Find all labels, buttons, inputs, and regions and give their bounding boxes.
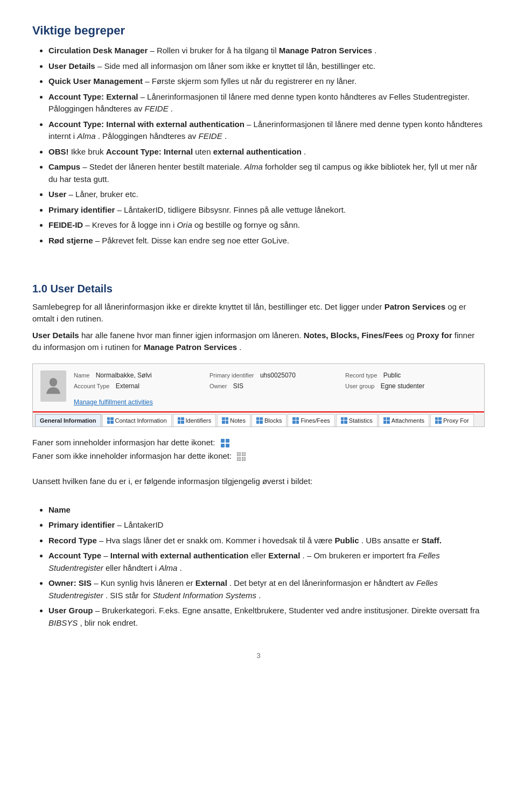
list2-ug-text1: – Brukerkategori. F.eks. Egne ansatte, E… [95,606,480,615]
section1-bold4: Proxy for [417,331,452,340]
fane-dashed-icon [237,452,246,461]
list2-owner-bold2: External [195,578,227,587]
list2-owner-text2: . Det betyr at en del lånerinformasjon e… [229,578,416,587]
field-owner: Owner SIS [209,381,341,391]
cdm-text2: . [374,46,376,55]
section1-title-text: User Details [50,283,113,295]
list2-at-bold3: External [268,551,300,560]
tab-finesfees-label: Fines/Fees [301,416,330,425]
tab-finesfees-icon [292,417,299,424]
tab-identifiers-label: Identifiers [186,416,212,425]
fane-filled-text: Faner som inneholder informasjon har det… [32,438,215,447]
list2-rt-bold2: Public [335,536,359,545]
list2-name-bold: Name [48,505,71,514]
section1-intro-para: Samlebegrep for all lånerinformasjon ikk… [32,301,485,325]
list2-owner-text1: – Kun synlig hvis låneren er [94,578,195,587]
section1-number: 1.0 [32,283,47,295]
tab-notes[interactable]: Notes [217,414,250,427]
field-account-type: Account Type External [74,381,205,391]
obs-bold2: external authentication [213,147,302,156]
account-type-label: Account Type [74,382,109,391]
avatar [40,370,66,402]
list2-ug-text2: , blir nok endret. [80,618,138,627]
list2-at-text4: eller håndtert i [106,563,159,572]
owner-label: Owner [209,382,227,391]
name-label-space [92,370,93,380]
list2-at-text3: . – Om brukeren er importert fra [303,551,418,560]
list2-rt-text1: – Hva slags låner det er snakk om. Komme… [99,536,335,545]
avatar-icon [45,376,62,396]
owner-space [229,381,230,391]
section1-para2-end2: . [239,342,241,352]
tab-contact-information[interactable]: Contact Information [102,414,172,427]
account-type-value: External [116,381,139,391]
user-fields-container: Name Normalbakke, Sølvi Primary identifi… [74,370,477,407]
ud-text: – Side med all informasjon om låner som … [97,61,375,71]
user-fields-grid: Name Normalbakke, Sølvi Primary identifi… [74,370,477,391]
at-int-italic1: Alma [77,131,95,141]
list-item-obs: OBS! Ikke bruk Account Type: Internal ut… [48,146,485,158]
list-item-at-int: Account Type: Internal with external aut… [48,118,485,143]
primary-id-label: Primary identifier [209,371,254,380]
section1-bold3: Notes, Blocks, Fines/Fees [304,331,403,340]
list2-at-bold: Account Type [48,551,101,560]
list-item-rod: Rød stjerne – Påkrevet felt. Disse kan e… [48,235,485,247]
feide-text1: – Kreves for å logge inn i [85,220,177,229]
account-type-space [111,381,113,391]
tab-general-information[interactable]: General Information [35,414,101,427]
page-number: 3 [32,650,485,661]
tab-finesfees[interactable]: Fines/Fees [288,414,334,427]
primary-id-space [256,370,258,380]
list2-item-pi: Primary identifier – LåntakerID [48,519,485,531]
manage-link-container[interactable]: Manage fulfillment activities [74,395,477,407]
fane-dashed-text: Faner som ikke inneholder informasjon ha… [32,451,232,460]
fane-row-filled: Faner som inneholder informasjon har det… [32,437,485,449]
page-heading: Viktige begreper [32,22,485,39]
list2-item-name: Name [48,504,485,516]
tab-statistics[interactable]: Statistics [336,414,378,427]
tab-attachments-label: Attachments [392,416,424,425]
tab-blocks[interactable]: Blocks [251,414,287,427]
tab-identifiers[interactable]: Identifiers [173,414,216,427]
name-label: Name [74,371,89,380]
list2-rt-bold: Record Type [48,536,97,545]
section1-heading: 1.0 User Details [32,281,485,297]
list2-pi-bold: Primary identifier [48,520,115,529]
list2-at-text2: eller [251,551,269,560]
list2-item-at: Account Type – Internal with external au… [48,550,485,574]
section1-intro-text: Samlebegrep for all lånerinformasjon ikk… [32,302,385,311]
cdm-text1: – Rollen vi bruker for å ha tilgang til [150,46,278,55]
record-type-label: Record type [345,371,377,380]
tab-attachments[interactable]: Attachments [379,414,429,427]
primary-id-value: uhs0025070 [260,370,296,380]
list2-at-text5: . [180,563,182,572]
list2-rt-bold3: Staff. [422,536,442,545]
list2-owner-text4: . [258,591,261,600]
user-text: – Låner, bruker etc. [69,190,138,199]
list2-rt-text2: . UBs ansatte er [361,536,422,545]
section1-bold5: Manage Patron Services [144,342,237,352]
tab-contact-icon [107,417,114,424]
fane-row-dashed: Faner som ikke inneholder informasjon ha… [32,450,485,463]
list2-item-ug: User Group – Brukerkategori. F.eks. Egne… [48,605,485,629]
rod-text: – Påkrevet felt. Disse kan endre seg noe… [95,236,289,245]
tab-notes-icon [222,417,228,424]
pi-text: – LåntakerID, tidligere Bibsysnr. Finnes… [117,205,346,214]
uansett-para: Uansett hvilken fane du er i, er følgend… [32,475,485,488]
tab-proxy-for[interactable]: Proxy For [430,414,474,427]
cdm-bold: Circulation Desk Manager [48,46,148,55]
list2-ug-bold: User Group [48,606,93,615]
tab-statistics-icon [341,417,347,424]
section1-para2: User Details har alle fanene hvor man fi… [32,330,485,354]
manage-fulfillment-link[interactable]: Manage fulfillment activities [74,397,153,407]
list2-at-bold2: Internal with external authentication [110,551,249,560]
section1-bold1: Patron Services [385,302,445,311]
list2-item-rt: Record Type – Hva slags låner det er sna… [48,535,485,547]
tab-contact-label: Contact Information [115,416,167,425]
user-bold: User [48,190,66,199]
record-type-value: Public [383,370,401,380]
qum-text: – Første skjerm som fylles ut når du reg… [145,76,357,86]
campus-bold: Campus [48,162,80,171]
list2-ug-italic: BIBSYS [48,618,78,627]
user-group-value: Egne studenter [381,381,424,391]
